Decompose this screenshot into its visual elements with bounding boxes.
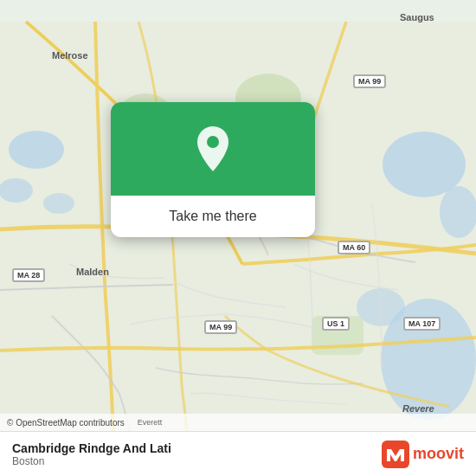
moovit-logo: moovit: [382, 441, 464, 468]
svg-point-5: [440, 186, 476, 238]
copyright-text: © OpenStreetMap contributors: [7, 418, 125, 428]
svg-point-3: [43, 193, 74, 214]
moovit-logo-icon: [382, 441, 409, 468]
popup-card: Take me there: [111, 102, 315, 237]
map-background: [0, 0, 476, 476]
svg-point-11: [207, 136, 219, 148]
take-me-there-button[interactable]: Take me there: [111, 196, 315, 237]
svg-point-1: [9, 131, 64, 169]
location-pin-icon: [194, 125, 232, 173]
everett-label: Everett: [135, 417, 165, 428]
moovit-text: moovit: [413, 445, 464, 463]
location-city: Boston: [12, 455, 171, 467]
location-name: Cambridge Rindge And Lati: [12, 441, 171, 455]
map-container: Melrose Malden Saugus Revere MA 99 MA 99…: [0, 0, 476, 476]
location-info: Cambridge Rindge And Lati Boston: [12, 441, 171, 467]
popup-button-label: Take me there: [169, 209, 256, 224]
bottom-bar: Cambridge Rindge And Lati Boston moovit: [0, 431, 476, 476]
copyright-bar: © OpenStreetMap contributors Everett: [0, 414, 476, 431]
popup-green-area: [111, 102, 315, 196]
svg-rect-12: [382, 441, 409, 468]
